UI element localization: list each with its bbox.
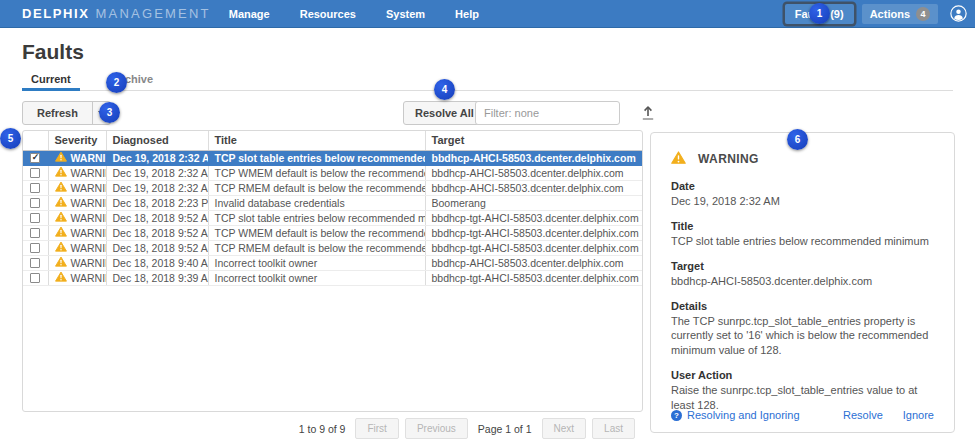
resolve-link[interactable]: Resolve: [843, 409, 883, 421]
severity-label: WARNING: [71, 212, 107, 224]
warning-icon: [55, 151, 67, 164]
severity-label: WARNING: [71, 167, 107, 179]
table-row[interactable]: WARNINGDec 18, 2018 2:23 PMInvalid datab…: [23, 195, 642, 210]
table-row[interactable]: WARNINGDec 18, 2018 9:40 AMIncorrect too…: [23, 255, 642, 270]
warning-icon: [55, 166, 67, 179]
table-row[interactable]: WARNINGDec 19, 2018 2:32 AMTCP WMEM defa…: [23, 165, 642, 180]
filter-input[interactable]: [475, 101, 620, 125]
title-cell: TCP WMEM default is below the recommende…: [208, 165, 425, 180]
detail-actions: Resolve Ignore: [843, 409, 934, 421]
warning-icon: [671, 150, 686, 168]
warning-icon-slot: [671, 149, 690, 168]
field-label: Target: [671, 260, 934, 272]
severity-cell: WARNING: [48, 210, 106, 225]
nav-item-help[interactable]: Help: [455, 0, 479, 28]
severity-cell: WARNING: [48, 270, 106, 285]
title-cell: TCP slot table entries below recommended…: [208, 150, 425, 165]
diagnosed-cell: Dec 18, 2018 9:52 AM: [106, 225, 208, 240]
severity-cell: WARNING: [48, 255, 106, 270]
row-checkbox[interactable]: [30, 198, 40, 208]
severity-label: WARNING: [71, 197, 107, 209]
tab-current[interactable]: Current: [22, 70, 80, 91]
export-icon[interactable]: [640, 105, 656, 122]
row-checkbox[interactable]: [30, 213, 40, 223]
diagnosed-cell: Dec 19, 2018 2:32 AM: [106, 180, 208, 195]
severity-label: WARNING: [71, 257, 107, 269]
row-checkbox[interactable]: [30, 183, 40, 193]
title-cell: Incorrect toolkit owner: [208, 270, 425, 285]
nav-item-system[interactable]: System: [386, 0, 425, 28]
field-value: TCP slot table entries below recommended…: [671, 234, 934, 249]
col-header-title[interactable]: Title: [208, 131, 425, 150]
last-page-button[interactable]: Last: [592, 418, 635, 439]
faults-table: Severity Diagnosed Title Target WARNINGD…: [22, 130, 643, 412]
warning-icon: [55, 256, 67, 269]
field-label: Date: [671, 180, 934, 192]
table-row[interactable]: WARNINGDec 18, 2018 9:52 AMTCP WMEM defa…: [23, 225, 642, 240]
resolve-all-button[interactable]: Resolve All: [403, 101, 486, 125]
table-row[interactable]: WARNINGDec 18, 2018 9:52 AMTCP RMEM defa…: [23, 240, 642, 255]
actions-button[interactable]: Actions 4: [862, 4, 938, 24]
nav-item-manage[interactable]: Manage: [229, 0, 270, 28]
field-value: bbdhcp-AHCI-58503.dcenter.delphix.com: [671, 274, 934, 289]
help-icon: [671, 410, 682, 421]
brand-secondary: MANAGEMENT: [96, 6, 211, 21]
col-header-diagnosed[interactable]: Diagnosed: [106, 131, 208, 150]
pagination: 1 to 9 of 9 First Previous Page 1 of 1 N…: [22, 418, 643, 439]
col-header-target[interactable]: Target: [425, 131, 642, 150]
user-profile-icon[interactable]: [950, 5, 967, 22]
field-label: User Action: [671, 369, 934, 381]
col-header-severity[interactable]: Severity: [48, 131, 106, 150]
row-checkbox[interactable]: [30, 258, 40, 268]
target-cell: bbdhcp-tgt-AHCI-58503.dcenter.delphix.co…: [425, 270, 642, 285]
field-value: Dec 19, 2018 2:32 AM: [671, 194, 934, 209]
refresh-button[interactable]: Refresh: [23, 102, 92, 124]
table-row[interactable]: WARNINGDec 18, 2018 9:39 AMIncorrect too…: [23, 270, 642, 285]
previous-page-button[interactable]: Previous: [405, 418, 468, 439]
callout-4: 4: [434, 79, 455, 100]
brand-logo: DELPHIX MANAGEMENT: [22, 6, 211, 21]
row-checkbox[interactable]: [30, 153, 40, 163]
target-cell: bbdhcp-AHCI-58503.dcenter.delphix.com: [425, 255, 642, 270]
diagnosed-cell: Dec 18, 2018 2:23 PM: [106, 195, 208, 210]
nav-item-resources[interactable]: Resources: [300, 0, 356, 28]
callout-1: 1: [809, 3, 830, 24]
resolving-ignoring-link[interactable]: Resolving and Ignoring: [671, 409, 800, 421]
severity-cell: WARNING: [48, 150, 106, 165]
table-row[interactable]: WARNINGDec 19, 2018 2:32 AMTCP RMEM defa…: [23, 180, 642, 195]
detail-footer: Resolving and Ignoring Resolve Ignore: [671, 409, 934, 421]
warning-icon: [55, 196, 67, 209]
table-row[interactable]: WARNINGDec 18, 2018 9:52 AMTCP slot tabl…: [23, 210, 642, 225]
title-cell: Invalid database credentials: [208, 195, 425, 210]
title-cell: TCP RMEM default is below the recommende…: [208, 180, 425, 195]
page-title: Faults: [22, 40, 84, 64]
target-cell: bbdhcp-tgt-AHCI-58503.dcenter.delphix.co…: [425, 225, 642, 240]
severity-cell: WARNING: [48, 240, 106, 255]
severity-cell: WARNING: [48, 195, 106, 210]
row-checkbox[interactable]: [30, 243, 40, 253]
help-link-label: Resolving and Ignoring: [687, 409, 800, 421]
table-header-row: Severity Diagnosed Title Target: [23, 131, 642, 150]
detail-field-date: DateDec 19, 2018 2:32 AM: [671, 180, 934, 209]
severity-label: WARNING: [71, 272, 107, 284]
detail-field-target: Targetbbdhcp-AHCI-58503.dcenter.delphix.…: [671, 260, 934, 289]
warning-icon: [55, 226, 67, 239]
row-checkbox[interactable]: [30, 228, 40, 238]
row-checkbox[interactable]: [30, 273, 40, 283]
actions-count-badge: 4: [916, 7, 930, 21]
field-label: Title: [671, 220, 934, 232]
severity-label: WARNING: [71, 242, 107, 254]
title-cell: TCP WMEM default is below the recommende…: [208, 225, 425, 240]
detail-severity-label: WARNING: [698, 152, 759, 166]
field-label: Details: [671, 300, 934, 312]
next-page-button[interactable]: Next: [542, 418, 587, 439]
table-row[interactable]: WARNINGDec 19, 2018 2:32 AMTCP slot tabl…: [23, 150, 642, 165]
row-checkbox[interactable]: [30, 168, 40, 178]
severity-label: WARNING: [71, 227, 107, 239]
detail-severity-header: WARNING: [671, 149, 934, 168]
ignore-link[interactable]: Ignore: [903, 409, 934, 421]
nav-menu: ManageResourcesSystemHelp: [229, 0, 479, 28]
warning-icon: [55, 181, 67, 194]
first-page-button[interactable]: First: [355, 418, 398, 439]
target-cell: bbdhcp-tgt-AHCI-58503.dcenter.delphix.co…: [425, 210, 642, 225]
